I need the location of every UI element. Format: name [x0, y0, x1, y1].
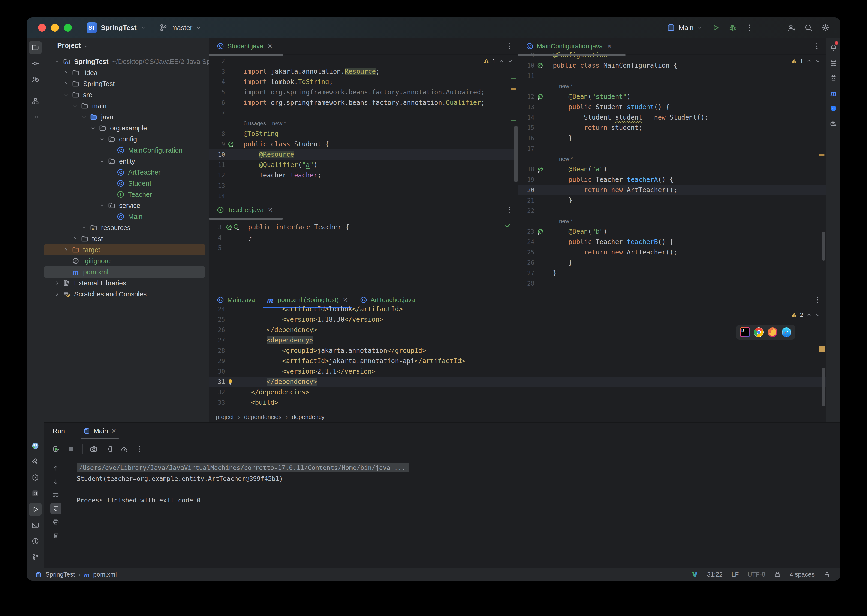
- breadcrumb-project[interactable]: project: [216, 413, 234, 421]
- project-panel-header[interactable]: Project: [44, 38, 209, 53]
- tree-item-main[interactable]: CMain: [44, 211, 209, 222]
- code-line-15[interactable]: 15 return student;: [518, 123, 826, 133]
- tree-item-service[interactable]: service: [44, 200, 209, 211]
- code-line-28[interactable]: 28: [518, 278, 826, 289]
- editor-vscrollbar[interactable]: [822, 368, 825, 406]
- indent-widget[interactable]: 4 spaces: [790, 571, 815, 578]
- down-button[interactable]: [50, 476, 61, 487]
- chevron-down-icon[interactable]: [52, 57, 62, 67]
- tree-item-student[interactable]: CStudent: [44, 178, 209, 189]
- editor-vscrollbar[interactable]: [822, 232, 825, 261]
- code-with-me-button[interactable]: [787, 23, 796, 32]
- safari-icon[interactable]: [781, 327, 791, 337]
- close-icon[interactable]: ✕: [607, 43, 612, 50]
- tree-item-scratches-and-consoles[interactable]: Scratches and Consoles: [44, 289, 209, 300]
- code-line-6[interactable]: 6import org.springframework.beans.factor…: [209, 97, 518, 108]
- code-line-25[interactable]: 25 return new ArtTeacher();: [518, 247, 826, 258]
- breadcrumb-dependency[interactable]: dependency: [292, 413, 324, 421]
- close-icon[interactable]: ✕: [267, 43, 272, 50]
- gutter-bean-icon[interactable]: [225, 141, 237, 148]
- import-button[interactable]: [105, 445, 113, 453]
- tool-chat-button[interactable]: [828, 103, 839, 114]
- tool-structure-button[interactable]: [29, 94, 42, 107]
- code-line-10[interactable]: 10 @Resource: [209, 149, 518, 160]
- code-line-8[interactable]: 8@ToString: [209, 129, 518, 139]
- chevron-down-icon[interactable]: [61, 90, 71, 100]
- impl-icon[interactable]: I: [233, 224, 240, 231]
- gutter-bean-arrow-icon[interactable]: [534, 228, 546, 235]
- tab-student-java[interactable]: C Student.java ✕: [211, 38, 279, 54]
- inspection-widget[interactable]: 2: [791, 311, 821, 318]
- chevron-right-icon[interactable]: [52, 289, 62, 299]
- tool-project-button[interactable]: [29, 41, 42, 54]
- ai-status-icon[interactable]: [774, 571, 781, 578]
- project-selector[interactable]: ST SpringTest: [87, 22, 146, 33]
- code-line-11[interactable]: 11: [518, 71, 826, 81]
- tool-commit-button[interactable]: [29, 57, 42, 70]
- code-line-21[interactable]: 21 }: [518, 195, 826, 206]
- code-line-7[interactable]: 7: [209, 108, 518, 118]
- code-line-2[interactable]: 2: [209, 56, 518, 66]
- chevron-right-icon[interactable]: [70, 234, 80, 244]
- bean-icon[interactable]: [225, 224, 233, 231]
- zoom-window-button[interactable]: [64, 24, 72, 31]
- editor-hscrollbar[interactable]: [209, 54, 283, 56]
- chevron-down-icon[interactable]: [97, 201, 107, 211]
- close-icon[interactable]: ✕: [343, 297, 348, 303]
- chevron-down-icon[interactable]: [97, 134, 107, 144]
- chevron-down-icon[interactable]: [507, 58, 513, 64]
- code-line-22[interactable]: 22: [518, 206, 826, 216]
- chevron-down-icon[interactable]: [79, 223, 89, 233]
- code-line-13[interactable]: 13: [209, 181, 518, 191]
- code-line-12[interactable]: 12 Teacher teacher;: [209, 170, 518, 181]
- code-line-32[interactable]: 32 </dependencies>: [209, 387, 826, 397]
- tree-item-target[interactable]: target: [44, 244, 205, 255]
- code-line-31[interactable]: 31 </dependency>: [209, 377, 826, 387]
- editor-hscrollbar[interactable]: [209, 218, 283, 220]
- tool-assistant-chat-button[interactable]: [828, 118, 839, 129]
- code-line-3[interactable]: 3import jakarta.annotation.Resource;: [209, 66, 518, 77]
- debug-button[interactable]: [728, 23, 737, 32]
- chrome-icon[interactable]: [754, 327, 764, 337]
- up-button[interactable]: [50, 463, 61, 474]
- camera-button[interactable]: [90, 445, 98, 453]
- code-line-24[interactable]: 24 <artifactId>lombok</artifactId>: [209, 304, 826, 314]
- code-line-20[interactable]: 20 return new ArtTeacher();: [518, 185, 826, 195]
- code-line-33[interactable]: 33 <build>: [209, 397, 826, 408]
- gutter-bean-icon[interactable]: I: [222, 224, 244, 231]
- code-line-26[interactable]: 26 </dependency>: [209, 325, 826, 335]
- tree-item-test[interactable]: test: [44, 233, 209, 244]
- code-line-4[interactable]: 4import lombok.ToString;: [209, 77, 518, 87]
- tree-item-org-example[interactable]: org.example: [44, 123, 209, 134]
- chevron-up-icon[interactable]: [806, 312, 812, 318]
- minimize-window-button[interactable]: [51, 24, 59, 31]
- run-configuration-selector[interactable]: Main: [667, 23, 703, 32]
- tool-version-control-button[interactable]: [29, 551, 42, 564]
- kebab-button[interactable]: [135, 445, 143, 453]
- tree-item-teacher[interactable]: ITeacher: [44, 189, 209, 200]
- tool-notifications-button[interactable]: [828, 42, 839, 53]
- bulb-icon[interactable]: [227, 379, 234, 385]
- gutter-bean-arrow-icon[interactable]: [534, 166, 546, 173]
- tree-item-resources[interactable]: resources: [44, 222, 209, 233]
- code-line-25[interactable]: 25 <version>1.18.30</version>: [209, 314, 826, 325]
- soft-wrap-button[interactable]: [50, 490, 61, 501]
- caret-position-widget[interactable]: 31:22: [707, 571, 723, 578]
- tool-brackets-button[interactable]: [29, 487, 42, 500]
- chevron-up-icon[interactable]: [806, 58, 812, 64]
- tree-item--idea[interactable]: .idea: [44, 67, 209, 78]
- ideavim-icon[interactable]: [691, 571, 698, 578]
- code-line-3[interactable]: 3Ipublic interface Teacher {: [209, 222, 518, 232]
- bean-icon[interactable]: [537, 62, 544, 69]
- tree-item-external-libraries[interactable]: External Libraries: [44, 278, 209, 289]
- print-button[interactable]: [50, 516, 61, 527]
- chevron-right-icon[interactable]: [61, 79, 71, 89]
- tool-more-button[interactable]: [29, 110, 42, 123]
- code-line-30[interactable]: 30 <version>2.1.1</version>: [209, 366, 826, 377]
- code-line-24[interactable]: 24 public Teacher teacherB() {: [518, 237, 826, 247]
- bean-arrow-icon[interactable]: [537, 166, 544, 173]
- clear-button[interactable]: [50, 530, 61, 541]
- run-button[interactable]: [711, 23, 720, 32]
- gauge-button[interactable]: [120, 445, 128, 453]
- inspection-widget[interactable]: 1: [483, 57, 513, 64]
